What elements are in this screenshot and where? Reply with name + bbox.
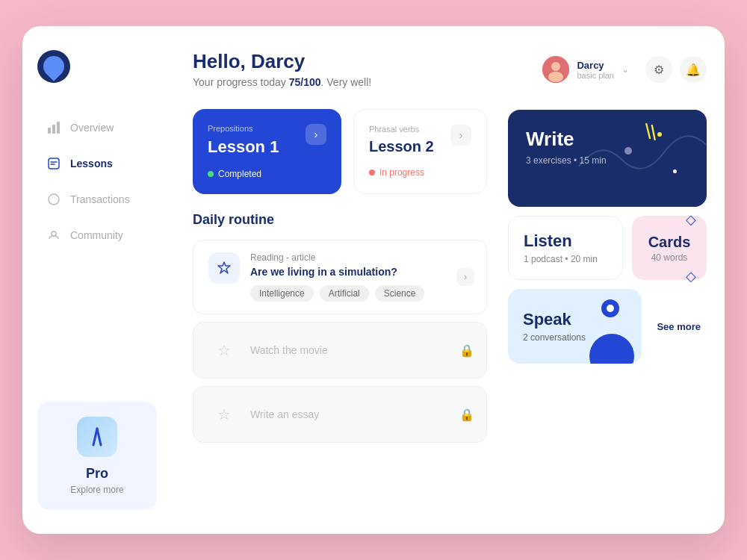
lesson-card-1[interactable]: Prepositions Lesson 1 Completed › — [193, 109, 341, 194]
transactions-icon — [46, 192, 61, 207]
gear-icon: ⚙ — [654, 63, 664, 77]
svg-point-11 — [548, 72, 563, 82]
progress-text: Your progress today 75/100. Very well! — [193, 76, 371, 88]
svg-rect-0 — [48, 128, 51, 134]
lesson2-status: In progress — [369, 167, 471, 178]
bell-icon: 🔔 — [686, 63, 701, 77]
logo-inner — [39, 52, 69, 81]
main-content: Hello, Darcy Your progress today 75/100.… — [172, 26, 508, 534]
tag-artificial: Artificial — [320, 285, 369, 302]
pro-subtitle: Explore more — [49, 485, 145, 495]
svg-line-7 — [97, 429, 101, 445]
pro-title: Pro — [49, 466, 145, 482]
avatar — [542, 56, 569, 83]
svg-point-10 — [551, 62, 560, 71]
tag-science: Science — [375, 285, 425, 302]
cards-subtitle: 40 words — [651, 252, 688, 263]
listen-subtitle: 1 podcast • 20 min — [524, 254, 607, 264]
svg-rect-2 — [57, 122, 60, 134]
lock-icon-movie: 🔒 — [459, 343, 474, 358]
lock-icon-essay: 🔒 — [459, 408, 474, 422]
svg-rect-1 — [52, 125, 55, 134]
sidebar: Overview Lessons Transactions — [22, 26, 172, 534]
user-plan: basic plan — [577, 71, 614, 80]
locked-card-movie: ☆ Watch the movie 🔒 — [193, 322, 487, 379]
sidebar-item-transactions[interactable]: Transactions — [37, 184, 157, 214]
sidebar-item-community-label: Community — [70, 229, 123, 241]
user-text: Darcy basic plan — [577, 60, 614, 80]
sidebar-item-community[interactable]: Community — [37, 220, 157, 250]
pro-icon — [77, 417, 117, 457]
svg-rect-3 — [49, 158, 59, 169]
tag-intelligence: Intelligence — [250, 285, 314, 302]
greeting-title: Hello, Darcy — [193, 50, 371, 73]
write-subtitle: 3 exercises • 15 min — [526, 155, 689, 166]
listen-title: Listen — [524, 231, 607, 251]
reading-icon — [208, 252, 240, 284]
locked-essay-text: Write an essay — [250, 408, 471, 420]
logo[interactable] — [37, 50, 70, 83]
lesson2-arrow-btn[interactable]: › — [450, 125, 471, 146]
star-icon-2: ☆ — [208, 399, 240, 430]
right-panel: Darcy basic plan ⌄ ⚙ 🔔 — [508, 26, 725, 534]
greeting: Hello, Darcy Your progress today 75/100.… — [193, 50, 371, 88]
svg-marker-8 — [218, 262, 230, 273]
nav-items: Overview Lessons Transactions — [37, 113, 157, 390]
svg-point-4 — [49, 194, 59, 205]
cards-title: Cards — [648, 234, 691, 251]
routine-content: Reading - article Are we living in a sim… — [250, 252, 471, 302]
lesson1-status: Completed — [208, 169, 326, 179]
progress-dot — [369, 169, 375, 175]
routine-tags: Intelligence Artificial Science — [250, 285, 471, 302]
lessons-row: Prepositions Lesson 1 Completed › Phrasa… — [193, 109, 487, 194]
notifications-button[interactable]: 🔔 — [680, 56, 707, 83]
lesson1-arrow-btn[interactable]: › — [306, 124, 326, 145]
routine-title: Are we living in a simulation? — [250, 266, 471, 278]
user-controls: Darcy basic plan ⌄ ⚙ 🔔 — [508, 50, 707, 89]
sidebar-item-transactions-label: Transactions — [70, 193, 130, 205]
see-more-button[interactable]: See more — [651, 315, 707, 338]
overview-icon — [46, 120, 61, 135]
write-title: Write — [526, 128, 689, 151]
cards-card[interactable]: ◇ Cards 40 words ◇ — [632, 216, 707, 280]
user-name: Darcy — [577, 60, 614, 71]
community-icon — [46, 228, 61, 243]
write-card[interactable]: Write 3 exercises • 15 min — [508, 110, 707, 207]
speak-card[interactable]: Speak 2 conversations — [508, 289, 642, 364]
sidebar-item-lessons-label: Lessons — [70, 158, 113, 169]
app-container: Overview Lessons Transactions — [22, 26, 725, 534]
locked-card-essay: ☆ Write an essay 🔒 — [193, 386, 487, 443]
chevron-down-icon: ⌄ — [622, 64, 629, 75]
daily-routine-title: Daily routine — [193, 212, 487, 228]
listen-cards-row: Listen 1 podcast • 20 min ◇ Cards 40 wor… — [508, 216, 707, 280]
completed-dot — [208, 171, 214, 177]
pro-card[interactable]: Pro Explore more — [37, 402, 157, 510]
routine-type: Reading - article — [250, 252, 471, 263]
page-header: Hello, Darcy Your progress today 75/100.… — [193, 50, 487, 88]
routine-article-card[interactable]: Reading - article Are we living in a sim… — [193, 240, 487, 314]
lessons-icon — [46, 156, 61, 171]
speak-row: Speak 2 conversations See more — [508, 289, 707, 364]
progress-value: 75/100 — [289, 76, 321, 88]
routine-arrow: › — [456, 268, 474, 286]
locked-movie-text: Watch the movie — [250, 344, 471, 356]
settings-button[interactable]: ⚙ — [645, 56, 672, 83]
sidebar-item-lessons[interactable]: Lessons — [37, 149, 157, 178]
lesson-card-2[interactable]: Phrasal verbs Lesson 2 In progress › — [353, 109, 487, 194]
user-info[interactable]: Darcy basic plan ⌄ — [533, 50, 638, 89]
sidebar-item-overview[interactable]: Overview — [37, 113, 157, 143]
listen-card[interactable]: Listen 1 podcast • 20 min — [508, 216, 623, 280]
deco3 — [673, 169, 677, 173]
svg-point-5 — [52, 231, 56, 236]
diamond-top-icon: ◇ — [686, 211, 696, 228]
diamond-bottom-icon: ◇ — [686, 268, 696, 284]
star-icon: ☆ — [208, 335, 240, 366]
sidebar-item-overview-label: Overview — [70, 122, 114, 134]
